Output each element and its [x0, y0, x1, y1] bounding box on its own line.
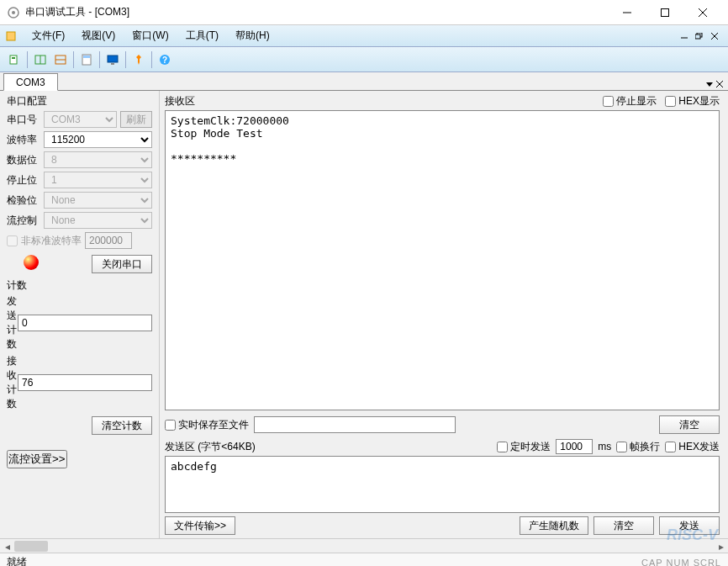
- stopbits-label: 停止位: [7, 173, 44, 188]
- svg-point-1: [12, 11, 15, 14]
- parity-label: 检验位: [7, 193, 44, 208]
- config-title: 串口配置: [7, 94, 152, 108]
- refresh-button[interactable]: 刷新: [120, 111, 152, 128]
- pause-display-option[interactable]: 停止显示: [603, 94, 657, 108]
- toolbar-calc-icon[interactable]: [77, 50, 96, 69]
- tab-strip: COM3: [0, 72, 728, 91]
- mdi-close-button[interactable]: [708, 30, 721, 42]
- close-port-button[interactable]: 关闭串口: [92, 255, 152, 273]
- status-indicators: CAP NUM SCRL: [641, 558, 721, 567]
- nonstd-input[interactable]: [85, 232, 132, 249]
- scroll-left-icon[interactable]: ◂: [0, 539, 14, 553]
- menu-file[interactable]: 文件(F): [24, 25, 73, 46]
- timed-checkbox[interactable]: [497, 442, 508, 452]
- clear-count-button[interactable]: 清空计数: [92, 416, 152, 435]
- rx-tx-panel: 接收区 停止显示 HEX显示 SystemClk:72000000 Stop M…: [160, 91, 728, 538]
- rx-textarea[interactable]: SystemClk:72000000 Stop Mode Test ******…: [165, 110, 720, 410]
- svg-rect-20: [108, 56, 118, 62]
- clear-tx-button[interactable]: 清空: [593, 516, 654, 535]
- tab-dropdown-icon[interactable]: [706, 78, 713, 90]
- svg-text:?: ?: [162, 56, 167, 65]
- menu-tool[interactable]: 工具(T): [177, 25, 227, 46]
- clear-rx-button[interactable]: 清空: [659, 415, 720, 434]
- tx-title: 发送区 (字节<64KB): [165, 440, 256, 454]
- send-count-label: 发送计数: [7, 294, 18, 352]
- random-button[interactable]: 产生随机数: [520, 516, 588, 535]
- toolbar-layout1-icon[interactable]: [31, 50, 50, 69]
- timed-send-option[interactable]: 定时发送: [497, 440, 551, 454]
- tx-textarea[interactable]: [165, 456, 720, 513]
- send-count-input[interactable]: [18, 315, 152, 331]
- counter-title: 计数: [7, 278, 152, 293]
- svg-rect-3: [661, 8, 668, 16]
- recv-count-label: 接收计数: [7, 354, 18, 411]
- menu-window[interactable]: 窗口(W): [124, 25, 177, 46]
- hex-rx-checkbox[interactable]: [665, 96, 676, 107]
- toolbar-pin-icon[interactable]: [129, 50, 148, 69]
- pause-checkbox[interactable]: [603, 96, 614, 107]
- toolbar-new-icon[interactable]: [5, 50, 24, 69]
- titlebar: 串口调试工具 - [COM3]: [0, 0, 728, 25]
- svg-rect-21: [111, 63, 114, 65]
- app-icon: [7, 6, 20, 19]
- recv-count-input[interactable]: [18, 374, 152, 391]
- send-button[interactable]: 发送: [659, 516, 720, 535]
- tab-com3[interactable]: COM3: [3, 73, 58, 91]
- window-title: 串口调试工具 - [COM3]: [25, 5, 608, 19]
- maximize-button[interactable]: [646, 1, 683, 24]
- mdi-minimize-button[interactable]: [678, 30, 691, 42]
- port-select[interactable]: COM3: [44, 111, 117, 128]
- save-path-input[interactable]: [254, 416, 456, 433]
- minimize-button[interactable]: [608, 1, 646, 24]
- flow-settings-button[interactable]: 流控设置>>: [7, 450, 67, 468]
- baud-label: 波特率: [7, 133, 44, 147]
- svg-rect-13: [12, 57, 15, 59]
- menubar: 文件(F) 视图(V) 窗口(W) 工具(T) 帮助(H): [0, 25, 728, 47]
- statusbar: 就绪 CAP NUM SCRL: [0, 553, 728, 566]
- interval-input[interactable]: [556, 439, 593, 454]
- databits-select[interactable]: 8: [44, 151, 152, 168]
- flow-select[interactable]: None: [44, 212, 152, 229]
- rx-title: 接收区: [165, 94, 195, 108]
- toolbar: ?: [0, 47, 728, 72]
- tab-close-icon[interactable]: [716, 78, 723, 90]
- ms-label: ms: [598, 441, 611, 452]
- svg-rect-6: [7, 32, 15, 40]
- toolbar-layout2-icon[interactable]: [51, 50, 70, 69]
- file-transfer-button[interactable]: 文件传输>>: [165, 516, 235, 535]
- scroll-right-icon[interactable]: ▸: [714, 539, 728, 553]
- svg-rect-12: [10, 56, 17, 64]
- status-text: 就绪: [7, 555, 27, 566]
- toolbar-help-icon[interactable]: ?: [156, 50, 174, 69]
- menu-view[interactable]: 视图(V): [73, 25, 124, 46]
- flow-label: 流控制: [7, 214, 44, 228]
- nonstd-label: 非标准波特率: [21, 234, 82, 248]
- databits-label: 数据位: [7, 153, 44, 167]
- parity-select[interactable]: None: [44, 192, 152, 209]
- horizontal-scrollbar[interactable]: ◂ ▸: [0, 538, 728, 553]
- status-light-icon: [24, 255, 39, 270]
- save-to-file-option[interactable]: 实时保存至文件: [165, 418, 249, 432]
- port-label: 串口号: [7, 113, 44, 127]
- svg-rect-9: [695, 34, 700, 39]
- mdi-restore-button[interactable]: [693, 30, 706, 42]
- wrap-checkbox[interactable]: [616, 442, 627, 452]
- hex-display-option[interactable]: HEX显示: [665, 94, 720, 108]
- baud-select[interactable]: 115200: [44, 131, 152, 148]
- hex-send-option[interactable]: HEX发送: [665, 440, 720, 454]
- frame-wrap-option[interactable]: 帧换行: [616, 440, 660, 454]
- stopbits-select[interactable]: 1: [44, 172, 152, 188]
- scroll-thumb[interactable]: [14, 541, 48, 552]
- toolbar-monitor-icon[interactable]: [103, 50, 122, 69]
- hex-tx-checkbox[interactable]: [665, 442, 676, 452]
- menu-help[interactable]: 帮助(H): [227, 25, 278, 46]
- menu-app-icon: [3, 29, 18, 44]
- close-button[interactable]: [683, 1, 721, 24]
- svg-rect-19: [83, 56, 90, 58]
- config-panel: 串口配置 串口号 COM3 刷新 波特率 115200 数据位 8 停止位 1 …: [0, 91, 160, 538]
- nonstd-checkbox[interactable]: [7, 235, 18, 246]
- save-checkbox[interactable]: [165, 420, 176, 431]
